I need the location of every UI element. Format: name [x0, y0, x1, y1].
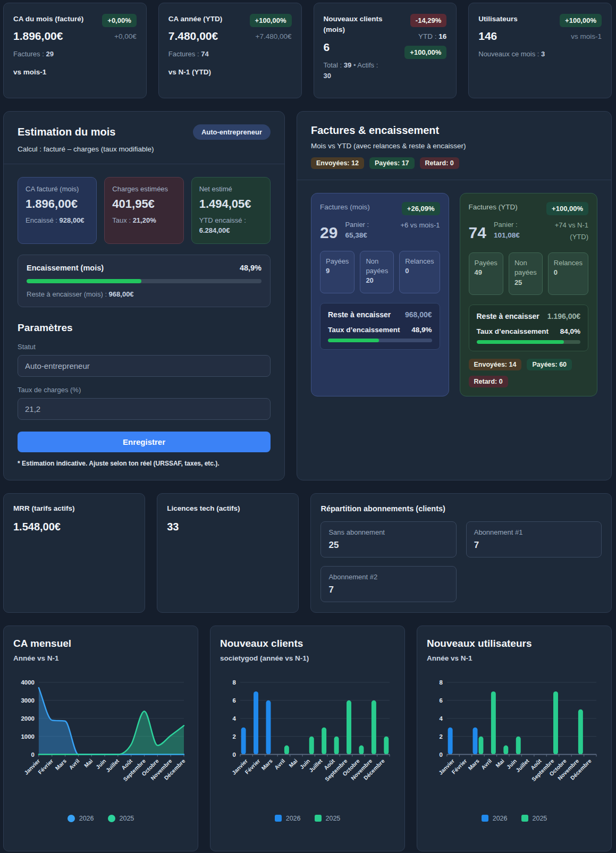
panel-title: Factures & encaissement	[311, 124, 597, 137]
kpi-title: CA du mois (facturé)	[13, 14, 83, 24]
svg-text:4000: 4000	[21, 679, 34, 686]
card-title: MRR (tarifs actifs)	[13, 504, 135, 512]
kpi-value: 7.480,00€	[168, 30, 223, 43]
taux-charges-input[interactable]	[18, 398, 271, 420]
legend-marker	[67, 815, 75, 822]
factures-ytd-card: Factures (YTD) +100,00% 74 Panier : 101,…	[460, 193, 598, 396]
encaissement-fill	[328, 339, 379, 342]
delta-context: vs mois-1	[571, 32, 602, 40]
svg-text:3000: 3000	[21, 697, 34, 704]
svg-text:2: 2	[233, 733, 236, 739]
svg-text:0: 0	[31, 751, 35, 757]
delta-badge: +0,00%	[102, 14, 136, 27]
kpi-value: 1.896,00€	[13, 30, 83, 43]
abo-box-1: Abonnement #1 7	[466, 521, 602, 558]
progress-percent: 48,9%	[240, 264, 261, 272]
svg-text:4: 4	[440, 715, 443, 721]
delta-badge: -14,29%	[410, 14, 446, 27]
chart-subtitle: societygod (année vs N-1)	[220, 654, 395, 662]
stat-box-ca-facture: CA facturé (mois) 1.896,00€ Encaissé : 9…	[18, 177, 97, 244]
kpi-value: 146	[478, 30, 545, 43]
chart-title: Nouveaux utilisateurs	[427, 638, 602, 649]
legend-marker	[315, 815, 322, 822]
ytd-count: YTD : 16	[418, 32, 446, 40]
abo-box-2: Abonnement #2 7	[320, 566, 456, 602]
encaissement-progress-card: Encaissement (mois) 48,9% Reste à encais…	[18, 255, 271, 307]
badge-retard: Retard: 0	[420, 157, 459, 169]
svg-text:2000: 2000	[21, 715, 34, 721]
svg-text:2: 2	[440, 733, 443, 739]
svg-text:Janvier: Janvier	[23, 758, 41, 776]
svg-text:Mars: Mars	[260, 758, 274, 771]
legend-item-2025[interactable]: 2025	[521, 815, 547, 822]
legend-item-2025[interactable]: 2025	[108, 815, 134, 822]
factures-header: Factures & encaissement Mois vs YTD (ave…	[297, 112, 611, 180]
kpi-title: Utilisateurs	[478, 14, 545, 24]
chart-card-nouveaux-utilisateurs: Nouveaux utilisateurs Année vs N-1 02468…	[417, 626, 612, 851]
panel-title: Estimation du mois	[18, 126, 115, 138]
chart-card-nouveaux-clients: Nouveaux clients societygod (année vs N-…	[210, 626, 405, 851]
delta-badge: +100,00%	[250, 14, 292, 27]
svg-text:8: 8	[233, 679, 237, 686]
svg-text:6: 6	[440, 697, 443, 704]
progress-track	[27, 279, 261, 283]
chart-card-ca-mensuel: CA mensuel Année vs N-1 0100020003000400…	[3, 626, 198, 851]
legend-item-2026[interactable]: 2026	[67, 815, 94, 822]
kpi-title: CA année (YTD)	[168, 14, 223, 24]
chart-subtitle: Année vs N-1	[13, 654, 188, 662]
kpi-footer: vs mois-1	[13, 68, 83, 76]
panel-subtitle: Calcul : facturé – charges (taux modifia…	[18, 145, 271, 153]
stat-box-net-estime: Net estimé 1.494,05€ YTD encaissé : 6.28…	[191, 177, 271, 244]
middle-row: Estimation du mois Auto-entrepreneur Cal…	[3, 111, 612, 480]
card-title: Répartition abonnements (clients)	[320, 504, 602, 513]
chart-title: Nouveaux clients	[220, 638, 395, 649]
factures-badges: Envoyées: 12 Payées: 17 Retard: 0	[311, 157, 597, 169]
line-chart: 01000200030004000JanvierFévrierMarsAvril…	[13, 676, 188, 807]
stat-payees: Payées9	[320, 251, 355, 293]
bar-chart: 02468JanvierFévrierMarsAvrilMaiJuinJuill…	[427, 676, 602, 807]
chart-subtitle: Année vs N-1	[427, 654, 602, 662]
save-button[interactable]: Enregistrer	[18, 432, 271, 452]
estimation-header: Estimation du mois Auto-entrepreneur Cal…	[4, 112, 284, 164]
kpi-card-ca-mois: CA du mois (facturé) 1.896,00€ Factures …	[3, 3, 147, 98]
legend-marker	[482, 815, 488, 822]
legend-item-2026[interactable]: 2026	[482, 815, 508, 822]
legend-label: 2026	[493, 815, 508, 822]
legend-item-2026[interactable]: 2026	[275, 815, 301, 822]
progress-subtext: Reste à encaisser (mois) : 968,00€	[27, 290, 261, 298]
svg-text:0: 0	[233, 751, 236, 757]
svg-text:Avril: Avril	[480, 758, 493, 771]
badge-retard: Retard: 0	[469, 376, 508, 387]
kpi-title: Nouveaux clients (mois)	[324, 14, 387, 36]
kpi-card-ca-annee: CA année (YTD) 7.480,00€ Factures : 74 v…	[158, 3, 302, 98]
chart-legend: 20262025	[220, 815, 395, 822]
delta-badge: +26,09%	[402, 202, 440, 215]
invoice-count: 74	[469, 224, 486, 241]
kpi-subtext: Total : 39 • Actifs : 30	[324, 60, 387, 81]
progress-fill	[27, 279, 141, 283]
legend-marker	[108, 815, 115, 822]
stat-non-payees: Non payées20	[360, 251, 394, 293]
kpi-card-utilisateurs: Utilisateurs 146 Nouveaux ce mois : 3 +1…	[468, 3, 612, 98]
status-pill: Auto-entrepreneur	[193, 124, 271, 140]
badge-payees: Payées: 60	[527, 359, 572, 370]
secondary-kpi-row: MRR (tarifs actifs) 1.548,00€ Licences t…	[3, 493, 612, 613]
stat-relances: Relances0	[399, 251, 440, 293]
stat-relances: Relances0	[548, 252, 588, 295]
kpi-subtext: Factures : 29	[13, 49, 83, 60]
legend-label: 2025	[326, 815, 341, 822]
progress-label: Encaissement (mois)	[27, 264, 104, 272]
delta-text: +6 vs mois-1	[400, 219, 440, 231]
delta-badge: +100,00%	[560, 14, 602, 27]
chart-legend: 20262025	[427, 815, 602, 822]
bar-chart: 02468JanvierFévrierMarsAvrilMaiJuinJuill…	[220, 676, 395, 807]
badge-envoyees: Envoyées: 14	[469, 359, 522, 370]
legend-item-2025[interactable]: 2025	[315, 815, 341, 822]
statut-input[interactable]	[18, 355, 271, 377]
taux-charges-label: Taux de charges (%)	[18, 386, 271, 394]
statut-label: Statut	[18, 343, 271, 351]
delta-badge: +100,00%	[546, 202, 588, 215]
repartition-grid: Sans abonnement 25 Abonnement #1 7 Abonn…	[320, 521, 602, 602]
svg-text:Avril: Avril	[273, 758, 286, 771]
delta-amount: +0,00€	[114, 32, 137, 40]
